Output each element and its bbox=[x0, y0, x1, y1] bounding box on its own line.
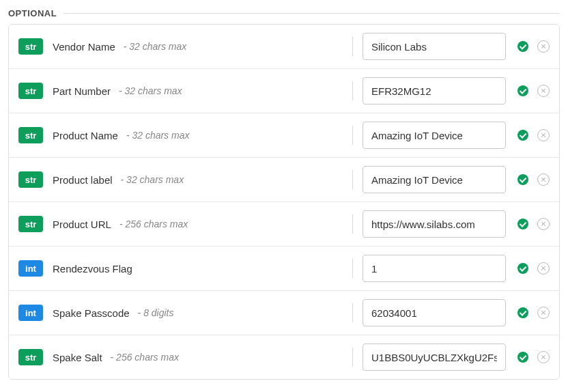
field-label: Vendor Name bbox=[53, 41, 115, 53]
field-separator bbox=[352, 170, 353, 189]
field-label: Rendezvous Flag bbox=[53, 263, 132, 275]
field-label: Product Name bbox=[53, 130, 118, 141]
field-row-spake-salt: str Spake Salt - 256 chars max bbox=[9, 335, 559, 379]
field-separator bbox=[352, 259, 353, 278]
field-label: Product URL bbox=[53, 219, 111, 230]
valid-check-icon bbox=[517, 262, 529, 275]
field-row-spake-passcode: int Spake Passcode - 8 digits bbox=[9, 291, 559, 335]
field-row-vendor-name: str Vendor Name - 32 chars max bbox=[9, 25, 559, 69]
field-label: Product label bbox=[53, 174, 113, 186]
field-constraint: - 256 chars max bbox=[111, 352, 179, 363]
type-badge-str: str bbox=[18, 349, 43, 365]
optional-field-list: str Vendor Name - 32 chars max str Part … bbox=[8, 24, 560, 380]
rendezvous-flag-input[interactable] bbox=[363, 255, 506, 282]
field-separator bbox=[352, 126, 353, 145]
field-left: str Product URL - 256 chars max bbox=[18, 216, 350, 232]
section-title: OPTIONAL bbox=[8, 8, 63, 18]
vendor-name-input[interactable] bbox=[363, 33, 506, 60]
clear-button[interactable] bbox=[537, 40, 550, 53]
field-constraint: - 8 digits bbox=[138, 307, 174, 318]
field-label: Part Number bbox=[53, 85, 111, 97]
field-separator bbox=[352, 303, 353, 322]
field-constraint: - 32 chars max bbox=[126, 130, 190, 141]
clear-button[interactable] bbox=[537, 173, 550, 186]
clear-button[interactable] bbox=[537, 262, 550, 275]
field-constraint: - 32 chars max bbox=[121, 174, 184, 185]
valid-check-icon bbox=[517, 85, 529, 97]
type-badge-int: int bbox=[18, 305, 43, 321]
field-left: str Product label - 32 chars max bbox=[18, 171, 350, 188]
spake-salt-input[interactable] bbox=[363, 344, 506, 371]
valid-check-icon bbox=[517, 129, 529, 141]
field-separator bbox=[352, 81, 353, 100]
valid-check-icon bbox=[517, 351, 529, 363]
field-row-product-label: str Product label - 32 chars max bbox=[9, 158, 559, 202]
type-badge-int: int bbox=[18, 260, 43, 277]
field-left: int Rendezvous Flag bbox=[18, 260, 350, 277]
field-separator bbox=[352, 37, 353, 56]
field-constraint: - 256 chars max bbox=[119, 219, 188, 229]
type-badge-str: str bbox=[18, 127, 43, 143]
type-badge-str: str bbox=[18, 38, 43, 55]
type-badge-str: str bbox=[18, 83, 43, 99]
spake-passcode-input[interactable] bbox=[363, 299, 506, 326]
field-row-product-name: str Product Name - 32 chars max bbox=[9, 113, 559, 158]
type-badge-str: str bbox=[18, 216, 43, 232]
field-row-part-number: str Part Number - 32 chars max bbox=[9, 69, 559, 113]
part-number-input[interactable] bbox=[363, 77, 506, 104]
section-header: OPTIONAL bbox=[8, 8, 560, 18]
valid-check-icon bbox=[517, 218, 529, 230]
clear-button[interactable] bbox=[537, 307, 550, 319]
field-constraint: - 32 chars max bbox=[124, 41, 187, 52]
field-left: str Product Name - 32 chars max bbox=[18, 127, 350, 143]
valid-check-icon bbox=[517, 40, 529, 53]
field-constraint: - 32 chars max bbox=[119, 85, 182, 96]
field-left: str Spake Salt - 256 chars max bbox=[18, 349, 350, 365]
valid-check-icon bbox=[517, 307, 529, 319]
product-name-input[interactable] bbox=[363, 122, 506, 149]
clear-button[interactable] bbox=[537, 218, 550, 230]
field-left: str Part Number - 32 chars max bbox=[18, 83, 350, 99]
type-badge-str: str bbox=[18, 171, 43, 188]
clear-button[interactable] bbox=[537, 129, 550, 141]
field-separator bbox=[352, 214, 353, 234]
field-row-product-url: str Product URL - 256 chars max bbox=[9, 202, 559, 247]
field-left: str Vendor Name - 32 chars max bbox=[18, 38, 350, 55]
field-label: Spake Salt bbox=[53, 352, 102, 363]
field-row-rendezvous-flag: int Rendezvous Flag bbox=[9, 247, 559, 291]
field-label: Spake Passcode bbox=[53, 307, 130, 319]
section-divider bbox=[63, 13, 560, 14]
clear-button[interactable] bbox=[537, 351, 550, 363]
field-left: int Spake Passcode - 8 digits bbox=[18, 305, 350, 321]
clear-button[interactable] bbox=[537, 85, 550, 97]
product-label-input[interactable] bbox=[363, 166, 506, 193]
valid-check-icon bbox=[517, 173, 529, 186]
product-url-input[interactable] bbox=[363, 210, 506, 238]
field-separator bbox=[352, 348, 353, 367]
